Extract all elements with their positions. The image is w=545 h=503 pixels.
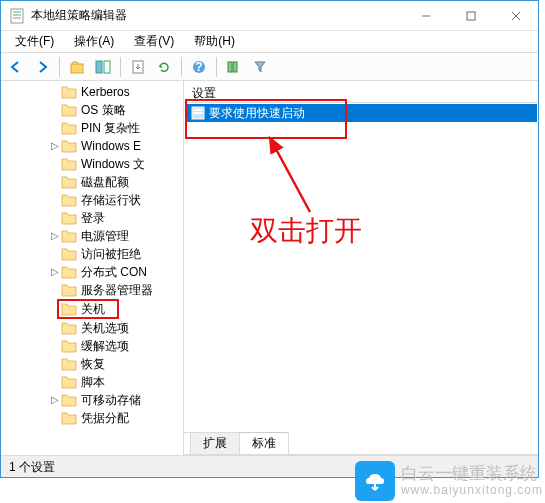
- tree-item-highlighted[interactable]: 关机: [57, 299, 119, 319]
- back-button[interactable]: [5, 56, 27, 78]
- svg-rect-9: [96, 61, 102, 73]
- tree-label: 服务器管理器: [81, 282, 153, 299]
- tree-label: 脚本: [81, 374, 105, 391]
- policy-icon: [191, 106, 205, 120]
- watermark-brand: 白云一键重装系统: [401, 465, 543, 484]
- menu-help[interactable]: 帮助(H): [184, 30, 245, 53]
- close-button[interactable]: [493, 1, 538, 30]
- tree-label: Windows E: [81, 139, 141, 153]
- tree-item[interactable]: ▷分布式 CON: [1, 263, 183, 281]
- tree-label: PIN 复杂性: [81, 120, 140, 137]
- tree-item[interactable]: 恢复: [1, 355, 183, 373]
- menu-view[interactable]: 查看(V): [124, 30, 184, 53]
- tree-label: 登录: [81, 210, 105, 227]
- svg-rect-5: [467, 12, 475, 20]
- settings-list[interactable]: 要求使用快速启动: [184, 103, 538, 432]
- tab-extended[interactable]: 扩展: [190, 432, 240, 454]
- tree-item[interactable]: 登录: [1, 209, 183, 227]
- refresh-button[interactable]: [153, 56, 175, 78]
- svg-rect-10: [104, 61, 110, 73]
- tree-label: 访问被拒绝: [81, 246, 141, 263]
- list-row-selected[interactable]: 要求使用快速启动: [185, 104, 537, 122]
- tree-item[interactable]: ▷Windows E: [1, 137, 183, 155]
- separator: [181, 57, 182, 77]
- list-row-label: 要求使用快速启动: [209, 105, 305, 122]
- window-title: 本地组策略编辑器: [31, 7, 403, 24]
- export-button[interactable]: [127, 56, 149, 78]
- menubar: 文件(F) 操作(A) 查看(V) 帮助(H): [1, 31, 538, 53]
- separator: [120, 57, 121, 77]
- tree-label: OS 策略: [81, 102, 126, 119]
- window-controls: [403, 1, 538, 30]
- window-frame: 本地组策略编辑器 文件(F) 操作(A) 查看(V) 帮助(H) ? Kerbe…: [0, 0, 539, 478]
- tree-item[interactable]: 脚本: [1, 373, 183, 391]
- show-hide-button[interactable]: [92, 56, 114, 78]
- tree-item[interactable]: 存储运行状: [1, 191, 183, 209]
- tab-standard[interactable]: 标准: [239, 432, 289, 454]
- tree-label: 恢复: [81, 356, 105, 373]
- tree-label: 磁盘配额: [81, 174, 129, 191]
- menu-action[interactable]: 操作(A): [64, 30, 124, 53]
- tree-item[interactable]: 凭据分配: [1, 409, 183, 427]
- svg-text:?: ?: [195, 60, 202, 74]
- menu-file[interactable]: 文件(F): [5, 30, 64, 53]
- minimize-button[interactable]: [403, 1, 448, 30]
- tree-item[interactable]: Kerberos: [1, 83, 183, 101]
- tree-item[interactable]: 磁盘配额: [1, 173, 183, 191]
- tree-item[interactable]: Windows 文: [1, 155, 183, 173]
- up-button[interactable]: [66, 56, 88, 78]
- tree-panel[interactable]: KerberosOS 策略PIN 复杂性▷Windows EWindows 文磁…: [1, 81, 184, 455]
- app-icon: [9, 8, 25, 24]
- right-panel: 设置 要求使用快速启动 扩展 标准: [184, 81, 538, 455]
- tree-label: 存储运行状: [81, 192, 141, 209]
- expand-icon[interactable]: ▷: [49, 141, 61, 151]
- expand-icon[interactable]: ▷: [49, 395, 61, 405]
- tree-label: 可移动存储: [81, 392, 141, 409]
- watermark-url: www.baiyunxitong.com: [401, 483, 543, 497]
- tree-label: 缓解选项: [81, 338, 129, 355]
- content-area: KerberosOS 策略PIN 复杂性▷Windows EWindows 文磁…: [1, 81, 538, 455]
- svg-rect-18: [194, 112, 202, 114]
- svg-rect-0: [11, 9, 23, 23]
- tree-item[interactable]: OS 策略: [1, 101, 183, 119]
- tree-label: 凭据分配: [81, 410, 129, 427]
- svg-rect-14: [228, 62, 232, 72]
- tab-strip: 扩展 标准: [184, 432, 538, 455]
- tree-label: 分布式 CON: [81, 264, 147, 281]
- tree-label: 关机选项: [81, 320, 129, 337]
- expand-icon[interactable]: ▷: [49, 231, 61, 241]
- maximize-button[interactable]: [448, 1, 493, 30]
- tree-label: 电源管理: [81, 228, 129, 245]
- tree-item[interactable]: 访问被拒绝: [1, 245, 183, 263]
- tree-item[interactable]: 关机选项: [1, 319, 183, 337]
- watermark-logo-icon: [355, 461, 395, 501]
- list-column-header[interactable]: 设置: [184, 81, 538, 103]
- tree-item[interactable]: 缓解选项: [1, 337, 183, 355]
- tree-item[interactable]: PIN 复杂性: [1, 119, 183, 137]
- titlebar: 本地组策略编辑器: [1, 1, 538, 31]
- help-button[interactable]: ?: [188, 56, 210, 78]
- svg-rect-17: [194, 109, 202, 111]
- filter-button[interactable]: [249, 56, 271, 78]
- svg-rect-15: [233, 62, 237, 72]
- tree-item[interactable]: 服务器管理器: [1, 281, 183, 299]
- all-settings-button[interactable]: [223, 56, 245, 78]
- toolbar: ?: [1, 53, 538, 81]
- tree-label: 关机: [81, 301, 105, 318]
- expand-icon[interactable]: ▷: [49, 267, 61, 277]
- tree-label: Windows 文: [81, 156, 145, 173]
- svg-rect-8: [71, 64, 83, 73]
- forward-button[interactable]: [31, 56, 53, 78]
- watermark: 白云一键重装系统 www.baiyunxitong.com: [355, 461, 543, 501]
- tree-item[interactable]: ▷可移动存储: [1, 391, 183, 409]
- separator: [216, 57, 217, 77]
- tree-label: Kerberos: [81, 85, 130, 99]
- separator: [59, 57, 60, 77]
- tree-item[interactable]: ▷电源管理: [1, 227, 183, 245]
